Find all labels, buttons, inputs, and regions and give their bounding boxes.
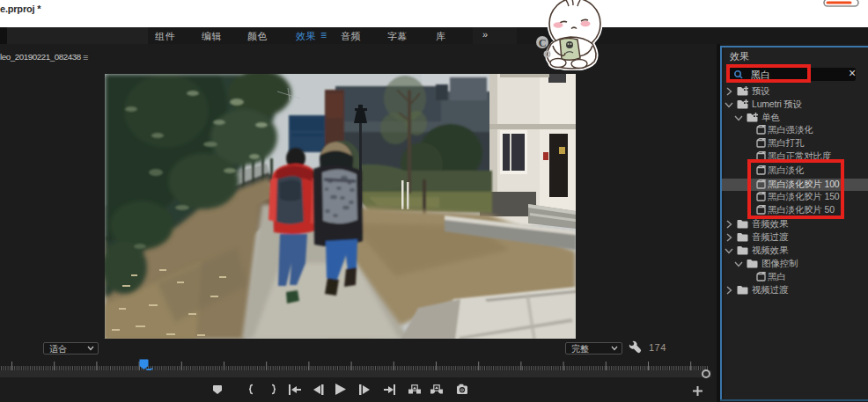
svg-text:C: C	[539, 37, 547, 49]
